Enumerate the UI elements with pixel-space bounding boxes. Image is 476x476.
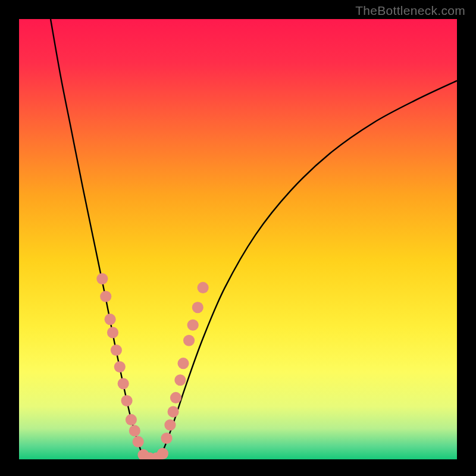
data-marker — [100, 291, 111, 302]
data-marker — [96, 273, 108, 284]
data-marker — [168, 406, 179, 418]
data-marker — [114, 361, 126, 372]
marker-group — [96, 273, 208, 459]
watermark-text: TheBottleneck.com — [355, 4, 465, 18]
curve-layer — [19, 19, 457, 459]
right-branch-curve — [159, 81, 457, 459]
data-marker — [170, 392, 181, 403]
data-marker — [129, 425, 140, 436]
left-branch-curve — [51, 19, 146, 459]
data-marker — [126, 414, 137, 425]
data-marker — [177, 358, 189, 369]
plot-area — [19, 19, 457, 459]
data-marker — [164, 419, 176, 431]
data-marker — [198, 282, 209, 293]
data-marker — [157, 448, 168, 459]
data-marker — [111, 345, 122, 356]
data-marker — [187, 320, 199, 331]
data-marker — [192, 302, 203, 313]
data-marker — [174, 374, 186, 386]
data-marker — [107, 327, 118, 338]
data-marker — [161, 433, 172, 444]
data-marker — [133, 436, 144, 447]
data-marker — [183, 335, 195, 346]
data-marker — [105, 314, 116, 325]
data-marker — [121, 395, 132, 406]
data-marker — [118, 378, 129, 389]
